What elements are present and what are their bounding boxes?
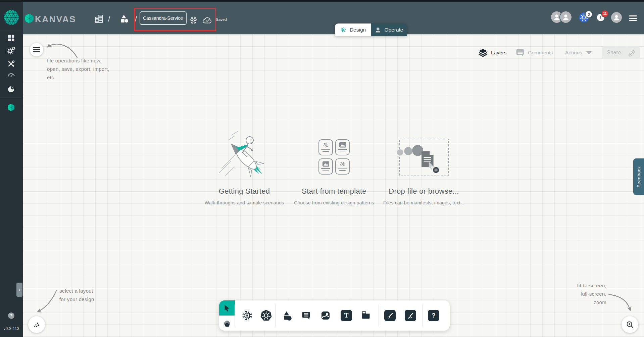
text-tool[interactable]: T <box>340 309 353 322</box>
layout-selector-button[interactable] <box>28 316 45 333</box>
breadcrumb-separator: / <box>108 15 110 23</box>
pencil-tool[interactable] <box>404 309 417 322</box>
actions-dropdown[interactable]: Actions <box>565 46 592 59</box>
sidebar-divider <box>0 99 23 99</box>
magnifier-plus-icon <box>626 320 634 329</box>
zoom-button[interactable] <box>622 316 638 333</box>
start-from-template-card[interactable]: Start from template Choose from existing… <box>288 129 380 205</box>
sidebar-divider <box>0 32 23 32</box>
version-label: v0.8.113 <box>0 326 23 331</box>
drop-file-card[interactable]: Drop file or browse... Files can be mani… <box>378 129 470 205</box>
template-thumb-image <box>318 158 333 175</box>
cloud-saved-icon[interactable] <box>202 16 213 26</box>
actions-label: Actions <box>565 50 582 56</box>
notification-count-badge[interactable]: 11 <box>602 10 608 17</box>
annotation-file-operations: file operations like new, open, save, ex… <box>47 56 109 82</box>
window-top-strip <box>0 0 644 2</box>
tab-design-label: Design <box>350 27 366 33</box>
sidebar-item-kanvas[interactable] <box>6 103 16 112</box>
feedback-tab[interactable]: Feedback <box>633 158 644 195</box>
integration-chip-tool[interactable] <box>241 309 254 322</box>
panel-subtitle: Choose from existing design patterns <box>288 200 380 205</box>
organization-building-icon[interactable] <box>95 14 104 25</box>
mode-tabs: Design Operate <box>335 23 407 36</box>
panel-subtitle: Walk-throughs and sample scenarios <box>197 200 291 205</box>
annotation-line: for your design <box>59 295 94 303</box>
template-thumb-image <box>335 139 350 155</box>
drop-file-illustration <box>396 137 447 178</box>
comment-tool[interactable] <box>299 309 313 322</box>
brand-wordmark: KANVAS <box>35 14 76 25</box>
design-canvas[interactable]: file operations like new, open, save, ex… <box>23 34 644 337</box>
sidebar-item-lifecycle[interactable] <box>6 46 16 55</box>
sidebar-expand-chevron[interactable]: › <box>16 283 22 297</box>
annotation-arrow <box>606 290 637 319</box>
panel-title: Start from template <box>288 187 380 196</box>
link-icon <box>627 49 635 57</box>
app-header: KANVAS / / <box>23 2 644 34</box>
kubernetes-tool[interactable] <box>259 309 273 322</box>
panel-title: Getting Started <box>197 187 291 196</box>
tab-operate-label: Operate <box>384 27 403 33</box>
tab-operate[interactable]: Operate <box>371 23 407 36</box>
annotation-line: full-screen, <box>577 290 606 298</box>
pen-tool[interactable] <box>383 309 397 322</box>
sidebar-item-dashboard[interactable] <box>6 33 16 43</box>
annotation-arrow <box>32 287 62 316</box>
help-icon[interactable]: ? <box>8 312 14 319</box>
menu-hamburger-icon[interactable] <box>629 15 637 21</box>
left-navigation-sidebar: › ? v0.8.113 <box>0 2 23 337</box>
sidebar-item-configuration[interactable] <box>6 59 16 68</box>
share-button[interactable]: Share <box>602 46 640 59</box>
file-menu-button[interactable] <box>30 43 43 56</box>
tab-design[interactable]: Design <box>335 23 371 36</box>
drop-zone[interactable] <box>399 139 449 176</box>
design-toolbar: T <box>219 300 450 331</box>
text-tool-glyph: T <box>344 312 349 319</box>
feedback-label: Feedback <box>636 166 641 187</box>
share-label: Share <box>607 50 621 56</box>
layer5-logo[interactable] <box>3 9 20 28</box>
annotation-zoom-controls: fit-to-screen, full-screen, zoom <box>577 281 606 306</box>
collaborator-avatar[interactable] <box>560 11 572 23</box>
template-thumbnails <box>318 139 350 175</box>
panel-subtitle: Files can be manifests, images, text... <box>378 200 470 205</box>
annotation-line: open, save, export, import, <box>47 65 109 73</box>
template-thumb-design <box>335 158 350 175</box>
cursor-tool[interactable] <box>219 300 235 316</box>
help-tool-glyph: ? <box>432 312 436 319</box>
service-mesh-icon[interactable] <box>189 16 198 26</box>
kanvas-logo-icon <box>23 12 35 26</box>
pan-hand-tool[interactable] <box>219 316 235 331</box>
getting-started-card[interactable]: Getting Started Walk-throughs and sample… <box>197 129 291 205</box>
annotation-select-layout: select a layout for your design <box>59 287 94 303</box>
chevron-down-icon <box>586 51 592 54</box>
rocket-doodle-illustration <box>197 129 291 183</box>
save-status: Saved <box>216 17 227 21</box>
annotation-line: fit-to-screen, <box>577 281 606 290</box>
layers-label: Layers <box>491 50 507 56</box>
comments-label: Comments <box>528 50 553 56</box>
comments-button[interactable]: Comments <box>515 46 553 59</box>
help-tool[interactable]: ? <box>427 309 440 322</box>
template-thumb-design <box>318 139 333 155</box>
section-tool[interactable] <box>359 309 373 322</box>
annotation-line: etc. <box>47 73 109 82</box>
image-tool[interactable] <box>319 309 332 322</box>
sidebar-item-performance[interactable] <box>6 70 16 80</box>
annotation-line: zoom <box>577 298 606 306</box>
panel-title: Drop file or browse... <box>378 187 470 196</box>
shapes-tool[interactable] <box>280 309 294 322</box>
kubernetes-context-count-badge[interactable]: 3 <box>586 11 592 17</box>
profile-avatar[interactable] <box>611 12 622 23</box>
file-name-input[interactable] <box>140 11 187 25</box>
layers-button[interactable]: Layers <box>478 46 507 59</box>
annotation-line: select a layout <box>59 287 94 295</box>
annotation-line: file operations like new, <box>47 56 109 65</box>
design-shapes-icon[interactable] <box>119 14 129 25</box>
sidebar-item-extensions[interactable] <box>6 85 16 94</box>
breadcrumb-separator: / <box>135 15 137 23</box>
